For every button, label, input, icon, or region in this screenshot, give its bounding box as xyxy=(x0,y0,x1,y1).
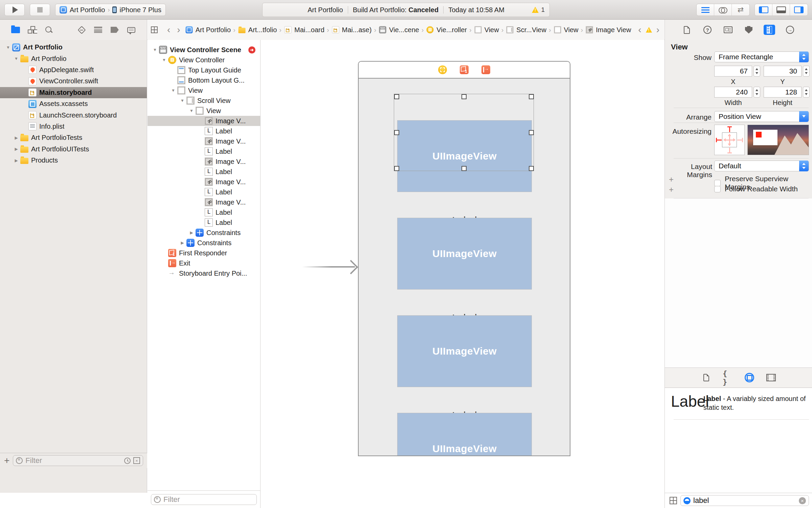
disclosure-triangle[interactable]: ▼ xyxy=(4,45,12,50)
outline-row[interactable]: ▶Constraints xyxy=(148,238,260,248)
selection-handle[interactable] xyxy=(394,166,399,171)
disclosure-triangle[interactable]: ▼ xyxy=(169,88,177,93)
add-constraint-plus[interactable]: + xyxy=(669,175,674,184)
warning-count[interactable]: 1 xyxy=(541,6,545,14)
outline-row[interactable]: Top Layout Guide xyxy=(148,65,260,75)
outline-row[interactable]: Label xyxy=(148,126,260,136)
outline-filter-field[interactable]: Filter xyxy=(151,494,257,505)
toggle-debug-area-button[interactable] xyxy=(772,4,790,16)
version-editor-button[interactable]: ⇄ xyxy=(732,4,749,16)
width-stepper[interactable] xyxy=(753,87,760,98)
grid-view-icon[interactable] xyxy=(670,497,677,504)
file-row[interactable]: ViewController.swift xyxy=(0,76,147,87)
test-navigator-tab[interactable] xyxy=(76,25,87,34)
y-stepper[interactable] xyxy=(803,66,810,77)
x-field[interactable]: 67 xyxy=(714,66,752,77)
quick-help-inspector-tab[interactable]: ? xyxy=(702,25,713,35)
file-row[interactable]: AppDelegate.swift xyxy=(0,64,147,76)
selection-handle[interactable] xyxy=(529,166,534,171)
breadcrumb-item[interactable]: Image View xyxy=(585,26,631,34)
storyboard-canvas[interactable]: UIImageView Label UIImageView Label UIIm… xyxy=(261,40,664,493)
outline-row[interactable]: Exit xyxy=(148,258,260,268)
outline-row[interactable]: Bottom Layout G... xyxy=(148,75,260,85)
readable-width-checkbox[interactable] xyxy=(714,186,721,192)
storyboard-entry-arrow[interactable] xyxy=(302,266,355,268)
outline-row[interactable]: ▼View Controller Scene➜ xyxy=(148,45,260,55)
media-library-tab[interactable] xyxy=(766,373,776,382)
selection-handle[interactable] xyxy=(394,130,399,135)
image-view-3[interactable]: UIImageView xyxy=(397,315,532,387)
height-field[interactable]: 128 xyxy=(764,87,802,98)
outline-row[interactable]: Label xyxy=(148,187,260,197)
disclosure-triangle[interactable]: ▼ xyxy=(187,108,196,113)
stop-button[interactable] xyxy=(30,4,50,16)
breadcrumb-item[interactable]: Art Portfolio xyxy=(185,26,231,34)
height-spring[interactable] xyxy=(729,134,730,146)
library-filter-field[interactable]: label × xyxy=(680,495,809,506)
outline-row[interactable]: Image V... xyxy=(148,197,260,207)
outline-row[interactable]: Image V... xyxy=(148,156,260,167)
code-snippet-library-tab[interactable]: { } xyxy=(723,373,733,382)
outline-row[interactable]: Image V... xyxy=(148,136,260,146)
run-button[interactable] xyxy=(4,4,25,16)
identity-inspector-tab[interactable] xyxy=(722,25,734,35)
symbol-navigator-tab[interactable] xyxy=(27,25,37,34)
disclosure-triangle[interactable]: ▶ xyxy=(178,240,186,245)
add-constraint-plus[interactable]: + xyxy=(669,185,674,194)
report-navigator-tab[interactable] xyxy=(126,25,136,34)
arrange-pulldown[interactable]: Position View xyxy=(714,111,809,122)
anchor-bottom[interactable] xyxy=(729,148,730,153)
file-row[interactable]: Main.storyboard xyxy=(0,87,147,98)
file-row[interactable]: ▼Art Portfolio xyxy=(0,42,147,53)
file-inspector-tab[interactable] xyxy=(681,25,693,35)
disclosure-triangle[interactable]: ▶ xyxy=(12,158,20,163)
disclosure-triangle[interactable]: ▼ xyxy=(12,56,20,61)
warning-icon[interactable] xyxy=(532,7,539,13)
file-template-library-tab[interactable] xyxy=(701,373,711,382)
y-field[interactable]: 30 xyxy=(764,66,802,77)
debug-navigator-tab[interactable] xyxy=(93,25,103,34)
selection-handle[interactable] xyxy=(394,94,399,99)
previous-issue-button[interactable]: ‹ xyxy=(638,25,641,35)
clear-icon[interactable]: × xyxy=(799,497,806,504)
outline-row[interactable]: Label xyxy=(148,167,260,177)
width-field[interactable]: 240 xyxy=(714,87,752,98)
file-row[interactable]: ▶Art PortfolioUITests xyxy=(0,144,147,155)
toggle-inspector-button[interactable] xyxy=(790,4,808,16)
forward-button[interactable]: › xyxy=(177,25,180,35)
breadcrumb-item[interactable]: Vie...roller xyxy=(426,26,467,34)
anchor-right[interactable] xyxy=(737,140,743,141)
outline-row[interactable]: ▼View xyxy=(148,106,260,116)
view-controller-frame[interactable]: UIImageView Label UIImageView Label UIIm… xyxy=(358,61,570,456)
outline-row[interactable]: ▼Scroll View xyxy=(148,96,260,106)
back-button[interactable]: ‹ xyxy=(167,25,170,35)
outline-row[interactable]: Image V... xyxy=(148,177,260,187)
scheme-selector[interactable]: Art Portfolio › iPhone 7 Plus xyxy=(55,4,166,16)
navigator-filter-field[interactable]: Filter × xyxy=(13,455,143,466)
breadcrumb-item[interactable]: Mai...ase) xyxy=(332,26,372,34)
next-issue-button[interactable]: › xyxy=(656,25,659,35)
view-controller-icon[interactable] xyxy=(438,65,447,74)
outline-row[interactable]: ▼View xyxy=(148,85,260,96)
standard-editor-button[interactable] xyxy=(697,4,714,16)
file-row[interactable]: ▶Art PortfolioTests xyxy=(0,132,147,143)
first-responder-icon[interactable] xyxy=(460,65,469,74)
toggle-navigator-button[interactable] xyxy=(755,4,772,16)
disclosure-triangle[interactable]: ▶ xyxy=(12,147,20,151)
selection-handle[interactable] xyxy=(529,130,534,135)
connections-inspector-tab[interactable]: → xyxy=(784,25,796,35)
disclosure-triangle[interactable]: ▶ xyxy=(187,230,196,235)
outline-row[interactable]: ▼View Controller xyxy=(148,55,260,65)
breadcrumb-item[interactable]: Art...tfolio xyxy=(238,26,277,34)
scene-badge[interactable]: ➜ xyxy=(248,46,255,54)
x-stepper[interactable] xyxy=(753,66,760,77)
height-stepper[interactable] xyxy=(803,87,810,98)
selection-handle[interactable] xyxy=(529,94,534,99)
add-button[interactable]: + xyxy=(4,455,9,466)
disclosure-triangle[interactable]: ▼ xyxy=(160,58,168,62)
file-row[interactable]: ▶Products xyxy=(0,155,147,166)
outline-row[interactable]: ▶Constraints xyxy=(148,228,260,238)
selection-handle[interactable] xyxy=(461,94,467,99)
breadcrumb-item[interactable]: Mai...oard xyxy=(284,26,324,34)
anchor-left[interactable] xyxy=(716,140,722,141)
